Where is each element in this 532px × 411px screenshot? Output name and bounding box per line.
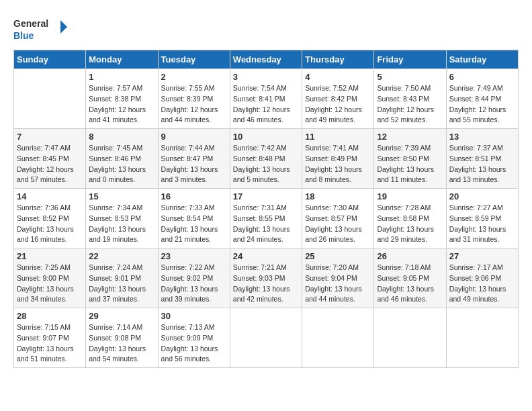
calendar-cell: 6Sunrise: 7:49 AMSunset: 8:44 PMDaylight…: [446, 69, 518, 129]
calendar-cell: 23Sunrise: 7:22 AMSunset: 9:02 PMDayligh…: [158, 248, 230, 308]
calendar-cell: 21Sunrise: 7:25 AMSunset: 9:00 PMDayligh…: [14, 248, 86, 308]
svg-marker-2: [60, 20, 67, 34]
calendar-cell: 25Sunrise: 7:20 AMSunset: 9:04 PMDayligh…: [302, 248, 374, 308]
day-info: Sunrise: 7:55 AMSunset: 8:39 PMDaylight:…: [161, 83, 227, 126]
day-info: Sunrise: 7:54 AMSunset: 8:41 PMDaylight:…: [233, 83, 299, 126]
day-number: 25: [305, 251, 371, 261]
day-info: Sunrise: 7:14 AMSunset: 9:08 PMDaylight:…: [89, 322, 154, 365]
day-of-week-header: Sunday: [14, 50, 86, 69]
calendar-cell: 9Sunrise: 7:44 AMSunset: 8:47 PMDaylight…: [158, 129, 230, 189]
calendar-cell: 11Sunrise: 7:41 AMSunset: 8:49 PMDayligh…: [302, 129, 374, 189]
calendar-cell: 27Sunrise: 7:17 AMSunset: 9:06 PMDayligh…: [446, 248, 518, 308]
calendar-cell: 22Sunrise: 7:24 AMSunset: 9:01 PMDayligh…: [86, 248, 158, 308]
calendar-cell: 8Sunrise: 7:45 AMSunset: 8:46 PMDaylight…: [86, 129, 158, 189]
calendar-cell: 2Sunrise: 7:55 AMSunset: 8:39 PMDaylight…: [158, 69, 230, 129]
day-info: Sunrise: 7:34 AMSunset: 8:53 PMDaylight:…: [89, 203, 154, 245]
day-number: 2: [161, 72, 227, 82]
day-info: Sunrise: 7:30 AMSunset: 8:57 PMDaylight:…: [305, 203, 371, 245]
page-header: General Blue: [13, 13, 519, 43]
day-number: 30: [161, 311, 227, 321]
svg-text:Blue: Blue: [13, 30, 34, 41]
day-number: 12: [377, 132, 443, 142]
day-info: Sunrise: 7:57 AMSunset: 8:38 PMDaylight:…: [89, 83, 154, 126]
calendar-cell: [446, 308, 518, 368]
calendar-cell: 28Sunrise: 7:15 AMSunset: 9:07 PMDayligh…: [14, 308, 86, 368]
day-info: Sunrise: 7:17 AMSunset: 9:06 PMDaylight:…: [449, 263, 515, 305]
day-number: 20: [449, 191, 515, 201]
day-number: 4: [305, 72, 371, 82]
calendar-cell: 7Sunrise: 7:47 AMSunset: 8:45 PMDaylight…: [14, 129, 86, 189]
day-of-week-header: Tuesday: [158, 50, 230, 69]
calendar-cell: 26Sunrise: 7:18 AMSunset: 9:05 PMDayligh…: [374, 248, 446, 308]
calendar-cell: 15Sunrise: 7:34 AMSunset: 8:53 PMDayligh…: [86, 189, 158, 248]
day-info: Sunrise: 7:27 AMSunset: 8:59 PMDaylight:…: [449, 203, 515, 245]
day-info: Sunrise: 7:31 AMSunset: 8:55 PMDaylight:…: [233, 203, 299, 245]
calendar-week-row: 7Sunrise: 7:47 AMSunset: 8:45 PMDaylight…: [14, 129, 519, 189]
calendar-week-row: 14Sunrise: 7:36 AMSunset: 8:52 PMDayligh…: [14, 189, 519, 248]
calendar-cell: 12Sunrise: 7:39 AMSunset: 8:50 PMDayligh…: [374, 129, 446, 189]
day-number: 7: [17, 132, 83, 142]
day-number: 22: [89, 251, 154, 261]
calendar-cell: 30Sunrise: 7:13 AMSunset: 9:09 PMDayligh…: [158, 308, 230, 368]
calendar-cell: 29Sunrise: 7:14 AMSunset: 9:08 PMDayligh…: [86, 308, 158, 368]
calendar-week-row: 1Sunrise: 7:57 AMSunset: 8:38 PMDaylight…: [14, 69, 519, 129]
day-number: 16: [161, 191, 227, 201]
day-number: 23: [161, 251, 227, 261]
day-info: Sunrise: 7:47 AMSunset: 8:45 PMDaylight:…: [17, 143, 83, 185]
day-number: 24: [233, 251, 299, 261]
day-info: Sunrise: 7:50 AMSunset: 8:43 PMDaylight:…: [377, 83, 443, 126]
calendar-cell: [302, 308, 374, 368]
calendar-cell: 24Sunrise: 7:21 AMSunset: 9:03 PMDayligh…: [230, 248, 302, 308]
calendar-cell: 10Sunrise: 7:42 AMSunset: 8:48 PMDayligh…: [230, 129, 302, 189]
day-info: Sunrise: 7:41 AMSunset: 8:49 PMDaylight:…: [305, 143, 371, 185]
day-info: Sunrise: 7:15 AMSunset: 9:07 PMDaylight:…: [17, 322, 83, 365]
calendar-cell: 16Sunrise: 7:33 AMSunset: 8:54 PMDayligh…: [158, 189, 230, 248]
calendar-cell: 18Sunrise: 7:30 AMSunset: 8:57 PMDayligh…: [302, 189, 374, 248]
day-number: 28: [17, 311, 83, 321]
calendar-cell: 14Sunrise: 7:36 AMSunset: 8:52 PMDayligh…: [14, 189, 86, 248]
day-of-week-header: Thursday: [302, 50, 374, 69]
calendar-week-row: 28Sunrise: 7:15 AMSunset: 9:07 PMDayligh…: [14, 308, 519, 368]
day-info: Sunrise: 7:37 AMSunset: 8:51 PMDaylight:…: [449, 143, 515, 185]
day-info: Sunrise: 7:21 AMSunset: 9:03 PMDaylight:…: [233, 263, 299, 305]
day-info: Sunrise: 7:39 AMSunset: 8:50 PMDaylight:…: [377, 143, 443, 185]
calendar-header-row: SundayMondayTuesdayWednesdayThursdayFrid…: [14, 50, 519, 69]
day-number: 1: [89, 72, 154, 82]
day-info: Sunrise: 7:45 AMSunset: 8:46 PMDaylight:…: [89, 143, 154, 185]
day-of-week-header: Wednesday: [230, 50, 302, 69]
day-info: Sunrise: 7:25 AMSunset: 9:00 PMDaylight:…: [17, 263, 83, 305]
calendar-week-row: 21Sunrise: 7:25 AMSunset: 9:00 PMDayligh…: [14, 248, 519, 308]
logo-svg: General Blue: [13, 13, 67, 43]
day-info: Sunrise: 7:36 AMSunset: 8:52 PMDaylight:…: [17, 203, 83, 245]
day-of-week-header: Saturday: [446, 50, 518, 69]
day-info: Sunrise: 7:18 AMSunset: 9:05 PMDaylight:…: [377, 263, 443, 305]
day-info: Sunrise: 7:33 AMSunset: 8:54 PMDaylight:…: [161, 203, 227, 245]
calendar-cell: 17Sunrise: 7:31 AMSunset: 8:55 PMDayligh…: [230, 189, 302, 248]
calendar-cell: [374, 308, 446, 368]
day-info: Sunrise: 7:20 AMSunset: 9:04 PMDaylight:…: [305, 263, 371, 305]
calendar-cell: 1Sunrise: 7:57 AMSunset: 8:38 PMDaylight…: [86, 69, 158, 129]
logo: General Blue: [13, 13, 67, 43]
calendar-cell: [14, 69, 86, 129]
day-info: Sunrise: 7:22 AMSunset: 9:02 PMDaylight:…: [161, 263, 227, 305]
day-number: 14: [17, 191, 83, 201]
svg-text:General: General: [13, 18, 48, 29]
day-of-week-header: Monday: [86, 50, 158, 69]
calendar-table: SundayMondayTuesdayWednesdayThursdayFrid…: [13, 50, 519, 368]
day-number: 26: [377, 251, 443, 261]
calendar-cell: 3Sunrise: 7:54 AMSunset: 8:41 PMDaylight…: [230, 69, 302, 129]
day-info: Sunrise: 7:42 AMSunset: 8:48 PMDaylight:…: [233, 143, 299, 185]
day-number: 18: [305, 191, 371, 201]
day-number: 15: [89, 191, 154, 201]
calendar-cell: [230, 308, 302, 368]
calendar-cell: 13Sunrise: 7:37 AMSunset: 8:51 PMDayligh…: [446, 129, 518, 189]
calendar-cell: 5Sunrise: 7:50 AMSunset: 8:43 PMDaylight…: [374, 69, 446, 129]
day-number: 29: [89, 311, 154, 321]
day-number: 21: [17, 251, 83, 261]
day-number: 6: [449, 72, 515, 82]
day-info: Sunrise: 7:24 AMSunset: 9:01 PMDaylight:…: [89, 263, 154, 305]
day-of-week-header: Friday: [374, 50, 446, 69]
day-info: Sunrise: 7:49 AMSunset: 8:44 PMDaylight:…: [449, 83, 515, 126]
calendar-cell: 19Sunrise: 7:28 AMSunset: 8:58 PMDayligh…: [374, 189, 446, 248]
day-number: 10: [233, 132, 299, 142]
